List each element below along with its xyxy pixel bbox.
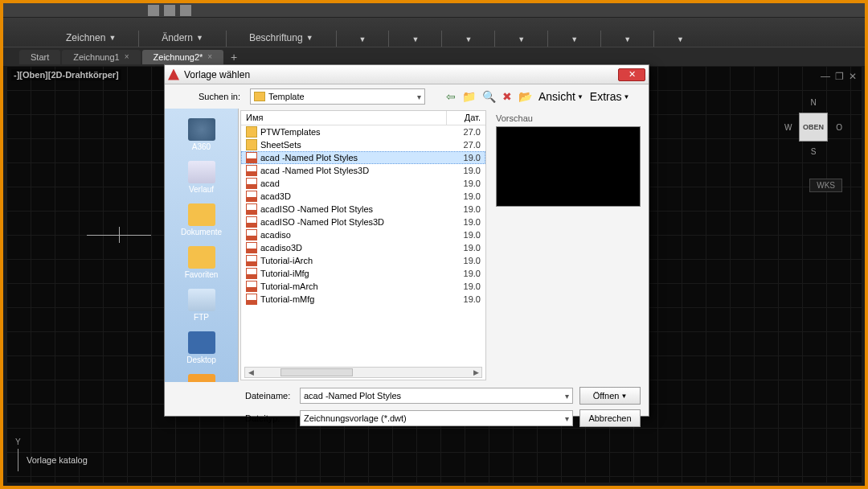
view-cube-top[interactable]: OBEN	[799, 113, 828, 142]
file-name: SheetSets	[260, 140, 448, 150]
ribbon-tab-more[interactable]: ▼	[337, 32, 389, 47]
dwt-file-icon	[246, 255, 257, 266]
dwt-file-icon	[246, 229, 257, 240]
tab-drawing2[interactable]: Zeichnung2*×	[142, 50, 224, 64]
command-line[interactable]: Vorlage katalog	[18, 449, 88, 471]
view-dropdown[interactable]: Ansicht ▼	[538, 90, 583, 103]
file-list: Имя Дат. PTWTemplates27.0SheetSets27.0ac…	[240, 110, 486, 380]
ribbon-tab-more[interactable]: ▼	[548, 32, 600, 47]
sidebar-item-history[interactable]: Verlauf	[165, 156, 238, 199]
wcs-indicator[interactable]: WKS	[809, 179, 842, 192]
file-row[interactable]: PTWTemplates27.0	[241, 125, 485, 138]
file-date: 19.0	[448, 256, 481, 265]
ribbon-tab-more[interactable]: ▼	[601, 32, 653, 47]
dwt-file-icon	[246, 268, 257, 279]
dwt-file-icon	[246, 178, 257, 189]
ribbon-tab-more[interactable]: ▼	[389, 32, 441, 47]
filetype-label: Dateityp:	[245, 413, 293, 423]
qat-icon[interactable]	[148, 5, 159, 16]
new-tab-button[interactable]: +	[225, 51, 243, 64]
sidebar-item-desktop[interactable]: Desktop	[165, 327, 238, 369]
window-controls: — ❐ ✕	[821, 71, 857, 82]
view-cube[interactable]: N S W O OBEN	[784, 98, 842, 156]
dwt-file-icon	[246, 216, 257, 228]
file-row[interactable]: acadISO -Named Plot Styles3D19.0	[241, 216, 485, 228]
file-row[interactable]: Tutorial-mMfg19.0	[241, 293, 485, 306]
folder-icon	[254, 92, 265, 101]
file-date: 19.0	[448, 204, 481, 214]
back-icon[interactable]: ⇦	[446, 90, 456, 103]
file-row[interactable]: acad -Named Plot Styles3D19.0	[241, 164, 485, 177]
file-row[interactable]: acad -Named Plot Styles19.0	[241, 151, 485, 164]
file-date: 19.0	[448, 179, 481, 188]
app-logo-icon	[168, 69, 179, 80]
file-row[interactable]: acadISO -Named Plot Styles19.0	[241, 203, 485, 216]
ribbon-tab-more[interactable]: ▼	[495, 32, 547, 47]
file-date: 19.0	[448, 153, 481, 162]
sidebar-item-documents[interactable]: Dokumente	[165, 199, 238, 241]
file-row[interactable]: acadiso3D19.0	[241, 241, 485, 254]
column-date[interactable]: Дат.	[447, 111, 485, 125]
file-date: 19.0	[448, 243, 481, 253]
file-row[interactable]: Tutorial-iArch19.0	[241, 254, 485, 267]
close-icon[interactable]: ×	[207, 52, 212, 61]
dialog-close-button[interactable]: ✕	[618, 68, 645, 81]
sidebar-item-ftp[interactable]: FTP	[165, 284, 238, 327]
close-icon[interactable]: ×	[125, 52, 129, 61]
filetype-dropdown[interactable]: Zeichnungsvorlage (*.dwt)	[300, 410, 573, 426]
close-icon[interactable]: ✕	[849, 71, 857, 82]
dialog-titlebar[interactable]: Vorlage wählen ✕	[165, 65, 649, 84]
new-folder-icon[interactable]: 📂	[518, 90, 532, 103]
document-tabs: Start Zeichnung1× Zeichnung2*× +	[3, 47, 865, 66]
open-button[interactable]: Öffnen▼	[579, 387, 641, 405]
restore-icon[interactable]: ❐	[835, 71, 844, 82]
dwt-file-icon	[246, 152, 257, 163]
tab-start[interactable]: Start	[19, 50, 60, 64]
template-dialog: Vorlage wählen ✕ Suchen in: Template ⇦ 📁…	[164, 64, 649, 417]
sidebar-item-a360[interactable]: A360	[165, 113, 238, 156]
minimize-icon[interactable]: —	[821, 71, 830, 82]
dialog-title: Vorlage wählen	[184, 69, 250, 80]
qat-icon[interactable]	[164, 5, 175, 16]
file-date: 19.0	[448, 281, 481, 291]
dwt-file-icon	[246, 242, 257, 253]
ribbon-tab-more[interactable]: ▼	[654, 32, 706, 47]
ribbon: Zeichnen▼ Ändern▼ Beschriftung▼ ▼ ▼ ▼ ▼ …	[3, 18, 865, 47]
delete-icon[interactable]: ✖	[502, 90, 512, 103]
file-row[interactable]: Tutorial-iMfg19.0	[241, 267, 485, 280]
file-date: 19.0	[448, 294, 481, 304]
folder-icon	[246, 126, 257, 138]
dwt-file-icon	[246, 281, 257, 292]
sidebar-item-buzzsaw[interactable]: Buzzsaw	[165, 369, 238, 382]
dwt-file-icon	[246, 203, 257, 215]
ribbon-tab-annotate[interactable]: Beschriftung▼	[227, 29, 336, 47]
dwt-file-icon	[246, 294, 257, 305]
file-row[interactable]: acad19.0	[241, 177, 485, 190]
preview-pane: Vorschau	[488, 109, 649, 382]
tab-drawing1[interactable]: Zeichnung1×	[62, 50, 140, 64]
file-row[interactable]: acadiso19.0	[241, 228, 485, 241]
up-icon[interactable]: 📁	[462, 90, 476, 103]
file-row[interactable]: acad3D19.0	[241, 190, 485, 203]
extras-dropdown[interactable]: Extras ▼	[590, 90, 630, 103]
file-row[interactable]: SheetSets27.0	[241, 138, 485, 151]
ribbon-tab-modify[interactable]: Ändern▼	[139, 29, 226, 47]
ribbon-tab-draw[interactable]: Zeichnen▼	[43, 29, 138, 47]
sidebar-item-favorites[interactable]: Favoriten	[165, 241, 238, 284]
dwt-file-icon	[246, 191, 257, 202]
filename-input[interactable]: acad -Named Plot Styles	[300, 388, 573, 404]
file-name: Tutorial-mArch	[260, 281, 448, 291]
file-date: 27.0	[448, 127, 481, 137]
viewport-label[interactable]: -][Oben][2D-Drahtkörper]	[11, 69, 121, 80]
qat-icon[interactable]	[180, 5, 191, 16]
ribbon-tab-more[interactable]: ▼	[442, 32, 494, 47]
file-name: acad	[260, 179, 448, 188]
horizontal-scrollbar[interactable]: ◀▶	[244, 367, 482, 378]
file-name: acad3D	[260, 191, 448, 201]
column-name[interactable]: Имя	[241, 111, 447, 125]
file-date: 19.0	[448, 217, 481, 227]
search-icon[interactable]: 🔍	[482, 90, 496, 103]
file-row[interactable]: Tutorial-mArch19.0	[241, 280, 485, 293]
cancel-button[interactable]: Abbrechen	[579, 409, 641, 427]
location-dropdown[interactable]: Template	[250, 88, 425, 105]
